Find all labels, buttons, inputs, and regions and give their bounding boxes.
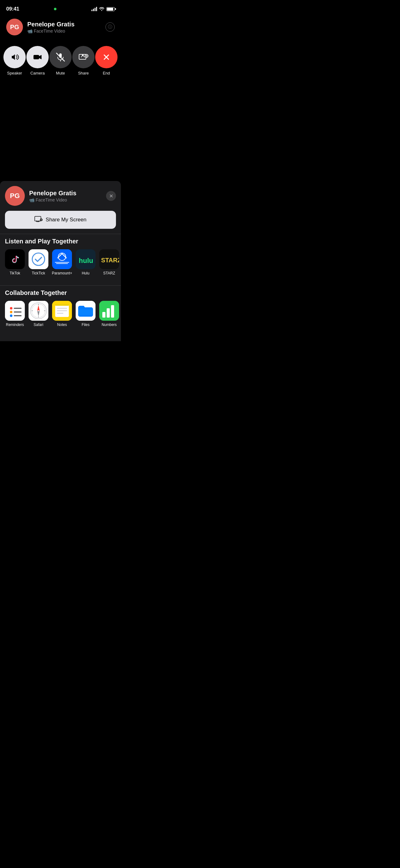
ticktick-label: TickTick <box>32 271 45 275</box>
svg-rect-47 <box>111 305 114 318</box>
collaborate-grid: Reminders <box>0 301 121 332</box>
sheet-header: PG Penelope Gratis 📹 FaceTime Video ✕ <box>0 186 121 211</box>
paramount-icon <box>52 249 72 269</box>
files-icon <box>76 301 96 321</box>
notes-icon <box>52 301 72 321</box>
svg-rect-20 <box>5 301 25 321</box>
battery-icon <box>106 7 115 11</box>
call-controls: Speaker Camera Mute <box>0 38 121 82</box>
svg-text:STARZ: STARZ <box>101 257 119 264</box>
close-button[interactable]: ✕ <box>106 191 116 201</box>
numbers-label: Numbers <box>102 322 117 327</box>
sheet-details: Penelope Gratis 📹 FaceTime Video <box>29 190 76 203</box>
video-icon: 📹 <box>27 29 33 34</box>
mute-label: Mute <box>56 71 65 75</box>
app-item-files[interactable]: Files <box>76 301 96 327</box>
sheet-caller: PG Penelope Gratis 📹 FaceTime Video <box>5 186 76 206</box>
paramount-label: Paramount+ <box>52 271 72 275</box>
svg-rect-45 <box>102 312 105 318</box>
video-area <box>0 82 121 181</box>
end-circle <box>95 46 118 68</box>
app-item-hulu[interactable]: hulu Hulu <box>76 249 96 275</box>
collaborate-title: Collaborate Together <box>0 289 121 301</box>
camera-label: Camera <box>30 71 45 75</box>
app-item-paramount[interactable]: Paramount+ <box>52 249 72 275</box>
notes-label: Notes <box>57 322 67 327</box>
svg-text:hulu: hulu <box>79 257 93 265</box>
section-divider-1 <box>0 234 121 234</box>
app-item-safari[interactable]: Safari <box>29 301 48 327</box>
reminders-label: Reminders <box>6 322 24 327</box>
speaker-circle <box>3 46 26 68</box>
app-item-starz[interactable]: STARZ STARZ <box>99 249 119 275</box>
files-label: Files <box>81 322 89 327</box>
app-item-tiktok[interactable]: TikTok <box>5 249 25 275</box>
share-sheet: PG Penelope Gratis 📹 FaceTime Video ✕ Sh… <box>0 181 121 341</box>
svg-point-23 <box>10 314 12 317</box>
sheet-name: Penelope Gratis <box>29 190 76 197</box>
svg-rect-0 <box>33 55 39 59</box>
end-button[interactable]: End <box>95 46 118 75</box>
share-label: Share <box>78 71 89 75</box>
call-info: PG Penelope Gratis 📹 FaceTime Video <box>6 19 74 35</box>
speaker-label: Speaker <box>7 71 22 75</box>
listen-play-title: Listen and Play Together <box>0 238 121 249</box>
share-button[interactable]: Share <box>72 46 95 75</box>
starz-label: STARZ <box>103 271 115 275</box>
reminders-icon <box>5 301 25 321</box>
svg-point-21 <box>10 307 12 310</box>
share-circle <box>72 46 95 68</box>
status-time: 09:41 <box>6 6 19 12</box>
safari-icon <box>29 301 48 321</box>
status-right <box>92 6 115 12</box>
app-item-numbers[interactable]: Numbers <box>99 301 119 327</box>
sheet-call-type: 📹 FaceTime Video <box>29 197 76 203</box>
end-label: End <box>103 71 110 75</box>
call-details: Penelope Gratis 📹 FaceTime Video <box>27 21 74 34</box>
svg-rect-46 <box>107 308 110 318</box>
call-type: 📹 FaceTime Video <box>27 29 74 34</box>
share-screen-icon <box>34 216 42 224</box>
app-item-notes[interactable]: Notes <box>52 301 72 327</box>
svg-rect-12 <box>29 249 48 269</box>
app-item-ticktick[interactable]: TickTick <box>29 249 48 275</box>
mute-circle <box>49 46 72 68</box>
app-item-reminders[interactable]: Reminders <box>5 301 25 327</box>
sheet-avatar: PG <box>5 186 25 206</box>
starz-icon: STARZ <box>99 249 119 269</box>
share-screen-label: Share My Screen <box>45 217 86 223</box>
speaker-button[interactable]: Speaker <box>3 46 26 75</box>
ticktick-icon <box>29 249 48 269</box>
signal-icon <box>92 7 97 11</box>
info-button[interactable]: ⓘ <box>105 22 115 32</box>
svg-rect-9 <box>35 216 41 221</box>
numbers-icon <box>99 301 119 321</box>
green-dot <box>54 8 57 10</box>
mute-button[interactable]: Mute <box>49 46 72 75</box>
svg-rect-14 <box>52 249 72 269</box>
section-divider-2 <box>0 285 121 286</box>
svg-point-6 <box>82 55 84 56</box>
camera-circle <box>26 46 49 68</box>
tiktok-icon <box>5 249 25 269</box>
wifi-icon <box>99 6 104 12</box>
share-my-screen-button[interactable]: Share My Screen <box>5 211 116 229</box>
svg-point-22 <box>10 311 12 313</box>
hulu-label: Hulu <box>82 271 90 275</box>
hulu-icon: hulu <box>76 249 96 269</box>
listen-play-grid: TikTok TickTick <box>0 249 121 280</box>
status-bar: 09:41 <box>0 0 121 16</box>
bottom-spacer <box>0 332 121 341</box>
sheet-video-icon: 📹 <box>29 197 34 203</box>
svg-rect-11 <box>9 253 21 265</box>
svg-rect-42 <box>55 304 69 306</box>
avatar: PG <box>6 19 23 35</box>
camera-button[interactable]: Camera <box>26 46 49 75</box>
safari-label: Safari <box>33 322 43 327</box>
call-header: PG Penelope Gratis 📹 FaceTime Video ⓘ <box>0 16 121 38</box>
caller-name: Penelope Gratis <box>27 21 74 28</box>
tiktok-label: TikTok <box>10 271 20 275</box>
